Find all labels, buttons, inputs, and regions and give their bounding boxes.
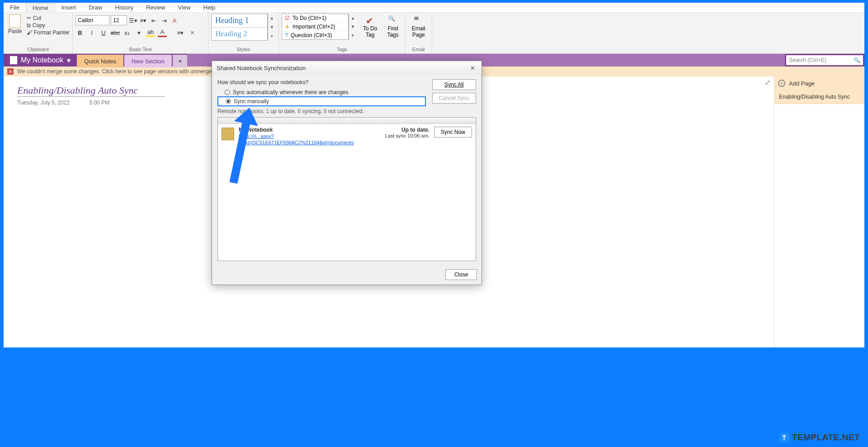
email-l1: Email [412, 25, 425, 32]
add-page-button[interactable]: + Add Page [774, 76, 864, 90]
menu-review[interactable]: Review [140, 3, 172, 12]
delete-button[interactable]: ✕ [188, 28, 197, 37]
paintbrush-icon: 🖌 [27, 29, 32, 36]
cut-label: Cut [33, 15, 42, 21]
underline-button[interactable]: U [99, 28, 108, 37]
menu-help[interactable]: Help [197, 3, 222, 12]
numbering-button[interactable]: ≡▾ [139, 16, 148, 25]
page-time: 5:00 PM [89, 100, 109, 106]
tags-gallery[interactable]: ☑To Do (Ctrl+1) ★Important (Ctrl+2) ?Que… [282, 14, 349, 40]
tag-important[interactable]: ★Important (Ctrl+2) [282, 23, 348, 31]
search-input[interactable]: Search (Ctrl+E)🔍 [786, 55, 863, 65]
expand-icon[interactable]: ⤢ [764, 78, 770, 87]
close-icon[interactable]: ✕ [7, 68, 14, 75]
menu-draw[interactable]: Draw [82, 3, 108, 12]
checkbox-icon: ☑ [285, 15, 290, 21]
sync-question: How should we sync your notebooks? [217, 79, 426, 86]
group-styles: Heading 1 Heading 2 ▲ ▼ ▾ Styles [208, 13, 279, 53]
page-list-pane: + Add Page Enabling/Disabling Auto Sync [774, 76, 864, 347]
paste-button[interactable]: Paste [6, 14, 24, 36]
tag-todo-label: To Do (Ctrl+1) [292, 15, 326, 21]
format-painter-button[interactable]: 🖌Format Painter [27, 29, 70, 36]
paste-icon [9, 14, 21, 28]
group-email: ✉ Email Page Email [406, 13, 432, 53]
email-l2: Page [412, 32, 425, 38]
sync-now-button[interactable]: Sync Now [434, 127, 472, 138]
sync-all-button[interactable]: Sync All [432, 79, 476, 90]
menu-file[interactable]: File [4, 3, 26, 12]
fp-label: Format Painter [34, 29, 70, 36]
ft-l1: Find [387, 25, 398, 32]
notebook-icon [222, 128, 234, 140]
group-label-clipboard: Clipboard [6, 46, 70, 53]
highlight-button[interactable]: ab [146, 28, 155, 37]
tags-up-button[interactable]: ▲ [349, 14, 357, 22]
tag-todo[interactable]: ☑To Do (Ctrl+1) [282, 14, 348, 23]
subscript-button[interactable]: x₂ [123, 28, 132, 37]
clear-formatting-button[interactable]: A [170, 16, 179, 25]
notebook-dropdown[interactable]: My Notebook ▾ [4, 54, 77, 67]
radio-sync-manual[interactable]: Sync manually [217, 96, 426, 106]
cancel-sync-button[interactable]: Cancel Sync [432, 93, 476, 104]
align-button[interactable]: ≡▾ [176, 28, 185, 37]
radio-sync-auto[interactable]: Sync automatically whenever there are ch… [217, 88, 426, 96]
plus-icon: + [778, 80, 785, 87]
list-header [218, 118, 476, 124]
font-name-combo[interactable] [75, 15, 109, 25]
page-date: Tuesday, July 5, 2022 [17, 100, 70, 106]
font-color-button[interactable]: A [158, 28, 167, 37]
star-icon: ★ [285, 24, 290, 30]
tags-down-button[interactable]: ▼ [349, 22, 357, 31]
radio-icon [225, 90, 230, 95]
page-title[interactable]: Enabling/Disabling Auto Sync [17, 85, 165, 97]
todo-tag-button[interactable]: ✔ To Do Tag [359, 14, 381, 40]
bullets-button[interactable]: ☰▾ [128, 16, 137, 25]
check-icon: ✔ [366, 15, 375, 24]
notebook-row[interactable]: My Notebook https://o...aspx?resid=DC51E… [218, 124, 476, 148]
tab-new-section[interactable]: New Section [124, 55, 172, 67]
radio-icon [226, 99, 231, 104]
italic-button[interactable]: I [87, 28, 96, 37]
menu-history[interactable]: History [109, 3, 140, 12]
styles-up-button[interactable]: ▲ [268, 14, 276, 23]
group-label-email: Email [408, 46, 429, 53]
radio-manual-label: Sync manually [234, 98, 269, 105]
copy-label: Copy [33, 22, 45, 29]
style-heading2[interactable]: Heading 2 [212, 27, 267, 40]
notebook-row-link[interactable]: https://o...aspx?resid=DC51E671EF938AC2%… [239, 133, 354, 145]
group-tags: ☑To Do (Ctrl+1) ★Important (Ctrl+2) ?Que… [279, 13, 406, 53]
strike-button[interactable]: abc [111, 28, 120, 37]
styles-gallery[interactable]: Heading 1 Heading 2 [211, 14, 268, 41]
font-size-combo[interactable] [111, 15, 127, 25]
group-label-basic-text: Basic Text [75, 46, 205, 53]
sync-status: Remote notebooks: 1 up to date, 0 syncin… [217, 108, 476, 114]
copy-button[interactable]: ⧉Copy [27, 22, 70, 29]
indent-button[interactable]: ⇥ [160, 16, 169, 25]
find-tags-button[interactable]: 🔍 Find Tags [383, 14, 402, 40]
bold-button[interactable]: B [75, 28, 85, 37]
menu-insert[interactable]: Insert [55, 3, 83, 12]
outdent-button[interactable]: ⇤ [149, 16, 158, 25]
superscript-button[interactable]: ▾ [134, 28, 143, 37]
styles-down-button[interactable]: ▼ [268, 23, 276, 32]
search-icon: 🔍 [854, 57, 860, 63]
tab-quick-notes[interactable]: Quick Notes [77, 55, 123, 67]
close-button[interactable]: Close [445, 269, 477, 280]
add-section-button[interactable]: ＋ [173, 55, 187, 67]
tags-more-button[interactable]: ▾ [349, 31, 357, 40]
notebook-row-name: My Notebook [239, 127, 381, 133]
chevron-down-icon: ▾ [67, 56, 71, 65]
search-placeholder: Search (Ctrl+E) [789, 57, 826, 63]
copy-icon: ⧉ [27, 22, 31, 29]
menu-home[interactable]: Home [26, 3, 55, 12]
cut-button[interactable]: ✂Cut [27, 14, 70, 22]
style-heading1[interactable]: Heading 1 [212, 14, 267, 27]
menu-view[interactable]: View [172, 3, 197, 12]
group-clipboard: Paste ✂Cut ⧉Copy 🖌Format Painter Clipboa… [4, 13, 73, 53]
page-list-item-current[interactable]: Enabling/Disabling Auto Sync [774, 90, 864, 104]
email-page-button[interactable]: ✉ Email Page [408, 14, 429, 38]
dialog-close-button[interactable]: ✕ [468, 65, 477, 71]
ribbon: Paste ✂Cut ⧉Copy 🖌Format Painter Clipboa… [4, 13, 864, 54]
styles-more-button[interactable]: ▾ [268, 32, 276, 41]
tag-question[interactable]: ?Question (Ctrl+3) [282, 31, 348, 39]
